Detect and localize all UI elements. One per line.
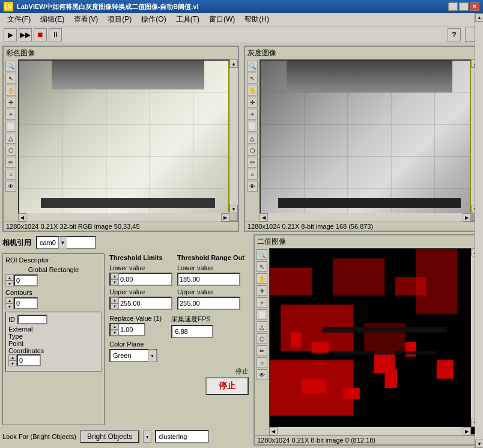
scroll-up-arrow[interactable]: ▲ — [229, 59, 238, 68]
spin-arrows-2[interactable]: ▲ ▼ — [5, 297, 14, 309]
gray-tri-tool[interactable]: △ — [247, 133, 258, 144]
tri-tool[interactable]: △ — [5, 133, 16, 144]
gray-poly-tool[interactable]: ⬡ — [247, 145, 258, 156]
replace-spin-arrows[interactable]: ▲ ▼ — [111, 324, 119, 336]
gray-circle-tool[interactable]: ○ — [247, 169, 258, 180]
roi-spin-input-2[interactable]: 0 — [14, 297, 38, 309]
bin-circle-tool[interactable]: ○ — [257, 357, 267, 368]
camera-dropdown-arrow[interactable]: ▼ — [58, 237, 67, 249]
id-input[interactable] — [17, 315, 47, 324]
gray-scroll-right[interactable]: ▶ — [463, 213, 471, 222]
lower-spinbox-2[interactable]: 185.00 — [177, 273, 240, 286]
gray-rect-tool[interactable]: ⬜ — [247, 121, 258, 132]
gray-plus-tool[interactable]: ＋ — [247, 109, 258, 120]
method-select[interactable]: clustering — [155, 430, 209, 443]
bin-tri-tool[interactable]: △ — [257, 321, 267, 332]
menu-project[interactable]: 项目(P) — [103, 13, 136, 26]
color-hscrollbar[interactable]: ◀ ▶ — [18, 213, 229, 222]
gray-zoom-tool[interactable]: 🔍 — [247, 61, 258, 71]
gray-eye-tool[interactable]: 👁 — [247, 181, 258, 192]
bin-zoom-tool[interactable]: 🔍 — [257, 249, 267, 260]
help-button[interactable]: ? — [448, 28, 461, 41]
bin-hand-tool[interactable]: ✋ — [257, 273, 267, 284]
bin-rect-tool[interactable]: ⬜ — [257, 309, 267, 320]
bin-poly-tool[interactable]: ⬡ — [257, 333, 267, 344]
bin-arrow-tool[interactable]: ↖ — [257, 261, 267, 272]
spin-arrows-1[interactable]: ▲ ▼ — [5, 274, 14, 286]
main-scroll-down[interactable]: ▼ — [475, 440, 483, 448]
bin-cross-tool[interactable]: ✛ — [257, 285, 267, 296]
color-plane-arrow[interactable]: ▼ — [148, 350, 156, 362]
bin-eye-tool[interactable]: 👁 — [257, 369, 267, 380]
binary-hscrollbar[interactable]: ◀ ▶ — [269, 427, 471, 435]
run-button[interactable]: ▶ — [4, 28, 17, 41]
lower-spin-down-1[interactable]: ▼ — [111, 279, 119, 285]
menu-file[interactable]: 文件(F) — [2, 13, 35, 26]
menu-view[interactable]: 查看(V) — [69, 13, 103, 26]
lower-spinbox-1[interactable]: ▲ ▼ 0.00 — [109, 273, 172, 286]
binary-scroll-left[interactable]: ◀ — [269, 427, 278, 435]
free-tool[interactable]: ✏ — [5, 157, 16, 168]
gray-hscrollbar[interactable]: ◀ ▶ — [260, 213, 471, 222]
abort-button[interactable]: ⏹ — [34, 28, 47, 41]
zoom-tool[interactable]: 🔍 — [5, 61, 16, 71]
spin-up-1[interactable]: ▲ — [5, 274, 14, 280]
gray-hand-tool[interactable]: ✋ — [247, 85, 258, 95]
menu-window[interactable]: 窗口(W) — [204, 13, 240, 26]
scroll-down-arrow[interactable]: ▼ — [229, 205, 238, 213]
spin-up-2[interactable]: ▲ — [5, 297, 14, 303]
menu-help[interactable]: 帮助(H) — [240, 13, 274, 26]
binary-scroll-right[interactable]: ▶ — [463, 427, 471, 435]
eye-tool[interactable]: 👁 — [5, 181, 16, 192]
upper-spin-down-1[interactable]: ▼ — [111, 303, 119, 309]
spin-up-3[interactable]: ▲ — [8, 354, 17, 360]
bright-objects-button[interactable]: Bright Objects — [80, 430, 139, 443]
arrow-tool[interactable]: ↖ — [5, 73, 16, 83]
lower-spin-arrows-1[interactable]: ▲ ▼ — [111, 273, 119, 285]
lower-spin-up-1[interactable]: ▲ — [111, 273, 119, 279]
upper-spin-up-1[interactable]: ▲ — [111, 297, 119, 303]
roi-spinbox3[interactable]: ▲ ▼ 0 — [8, 354, 41, 366]
roi-spin-input-3[interactable]: 0 — [17, 354, 41, 366]
hand-tool[interactable]: ✋ — [5, 85, 16, 95]
gray-cross-tool[interactable]: ✛ — [247, 97, 258, 107]
replace-spinbox[interactable]: ▲ ▼ 1.00 — [109, 323, 145, 336]
upper-spin-arrows-1[interactable]: ▲ ▼ — [111, 297, 119, 309]
upper-spinbox-1[interactable]: ▲ ▼ 255.00 — [109, 297, 172, 310]
close-button[interactable]: ✕ — [470, 2, 479, 11]
plus-tool[interactable]: ＋ — [5, 109, 16, 120]
color-plane-select[interactable]: Green ▼ — [109, 349, 157, 362]
roi-spin-input-1[interactable]: 0 — [14, 274, 38, 286]
stop-button[interactable]: 停止 — [205, 377, 249, 395]
spin-down-3[interactable]: ▼ — [8, 360, 17, 366]
spin-down-1[interactable]: ▼ — [5, 280, 14, 286]
pause-button[interactable]: ⏸ — [49, 28, 62, 41]
menu-tools[interactable]: 工具(T) — [171, 13, 204, 26]
run-cont-button[interactable]: ▶▶ — [19, 28, 32, 41]
camera-select[interactable]: cam0 ▼ — [36, 236, 96, 249]
gray-free-tool[interactable]: ✏ — [247, 157, 258, 168]
menu-edit[interactable]: 编辑(E) — [35, 13, 69, 26]
replace-spin-up[interactable]: ▲ — [111, 324, 119, 330]
circle-tool[interactable]: ○ — [5, 169, 16, 180]
poly-tool[interactable]: ⬡ — [5, 145, 16, 156]
gray-arrow-tool[interactable]: ↖ — [247, 73, 258, 83]
gray-scroll-left[interactable]: ◀ — [260, 213, 268, 222]
spin-arrows-3[interactable]: ▲ ▼ — [8, 354, 17, 366]
scroll-left-arrow[interactable]: ◀ — [18, 213, 26, 222]
main-scroll-up[interactable]: ▲ — [475, 13, 483, 22]
bin-free-tool[interactable]: ✏ — [257, 345, 267, 356]
main-scrollbar[interactable]: ▲ ▼ — [475, 13, 483, 448]
cross-tool[interactable]: ✛ — [5, 97, 16, 107]
color-vscrollbar[interactable]: ▲ ▼ — [229, 59, 238, 213]
maximize-button[interactable]: □ — [459, 2, 469, 11]
replace-spin-down[interactable]: ▼ — [111, 330, 119, 336]
spin-down-2[interactable]: ▼ — [5, 303, 14, 309]
scroll-right-arrow[interactable]: ▶ — [221, 213, 229, 222]
method-dropdown-arrow[interactable]: ▼ — [143, 431, 151, 443]
menu-operate[interactable]: 操作(O) — [136, 13, 171, 26]
rect-tool[interactable]: ⬜ — [5, 121, 16, 132]
upper-spinbox-2[interactable]: 255.00 — [177, 297, 240, 310]
roi-spinbox2[interactable]: ▲ ▼ 0 — [5, 297, 38, 309]
roi-spinbox1[interactable]: ▲ ▼ 0 — [5, 274, 38, 286]
